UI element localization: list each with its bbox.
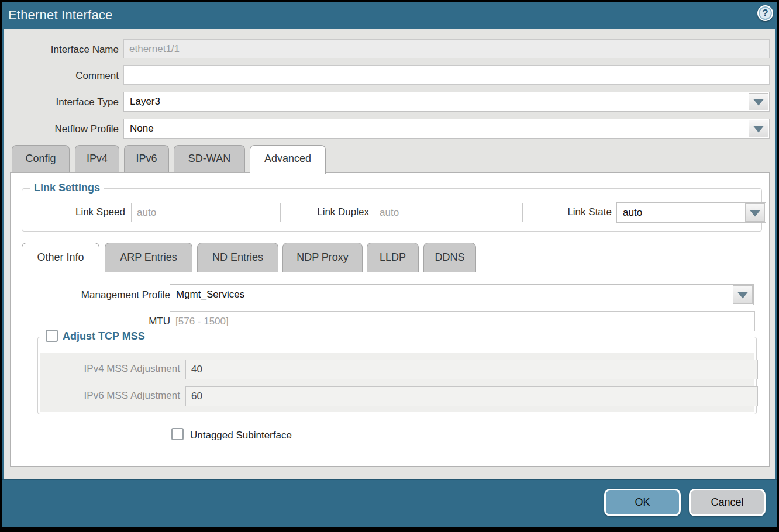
link-speed-input[interactable]	[131, 203, 281, 222]
netflow-profile-select[interactable]: None	[123, 119, 770, 139]
footer-bar: OK Cancel	[2, 479, 777, 527]
adjust-tcp-mss-checkbox[interactable]	[46, 330, 58, 342]
link-duplex-label: Link Duplex	[295, 206, 369, 218]
cancel-button[interactable]: Cancel	[689, 489, 766, 516]
link-settings-legend: Link Settings	[30, 182, 104, 194]
subtab-arp-entries[interactable]: ARP Entries	[105, 243, 192, 272]
link-settings-fieldset: Link Settings Link Speed Link Duplex Lin…	[22, 188, 762, 232]
interface-type-label: Interface Type	[13, 96, 119, 108]
subtab-nd-entries[interactable]: ND Entries	[197, 243, 278, 272]
netflow-profile-label: Netflow Profile	[13, 123, 119, 135]
untagged-subinterface-label: Untagged Subinterface	[190, 430, 292, 441]
interface-name-label: Interface Name	[13, 44, 119, 56]
dialog-frame: Ethernet Interface ? Interface Name Comm…	[2, 2, 777, 530]
tab-config[interactable]: Config	[12, 145, 70, 172]
window-border	[2, 527, 777, 530]
tab-sdwan[interactable]: SD-WAN	[174, 145, 245, 172]
management-profile-dropdown-icon[interactable]	[733, 285, 753, 304]
ipv6-mss-input	[185, 386, 758, 406]
interface-type-value: Layer3	[130, 96, 160, 108]
netflow-profile-dropdown-icon[interactable]	[749, 120, 768, 137]
dialog-body: Interface Name Comment Interface Type La…	[4, 29, 775, 481]
interface-name-input	[123, 39, 770, 58]
link-state-value: auto	[623, 207, 642, 219]
tab-ipv4[interactable]: IPv4	[75, 145, 119, 172]
advanced-tab-panel: Link Settings Link Speed Link Duplex Lin…	[10, 172, 770, 467]
adjust-tcp-mss-fieldset: Adjust TCP MSS IPv4 MSS Adjustment IPv6 …	[37, 337, 757, 414]
ipv6-mss-label: IPv6 MSS Adjustment	[57, 390, 180, 402]
tab-ipv6[interactable]: IPv6	[124, 145, 169, 172]
interface-type-select[interactable]: Layer3	[123, 92, 770, 112]
ethernet-interface-dialog: Ethernet Interface ? Interface Name Comm…	[0, 0, 779, 532]
management-profile-select[interactable]: Mgmt_Services	[170, 284, 754, 305]
ipv4-mss-input	[185, 360, 758, 379]
subtab-ndp-proxy[interactable]: NDP Proxy	[282, 243, 363, 272]
comment-label: Comment	[13, 70, 119, 82]
link-state-dropdown-icon[interactable]	[745, 203, 765, 222]
comment-input[interactable]	[123, 65, 770, 85]
tab-advanced[interactable]: Advanced	[250, 145, 326, 174]
subtab-lldp[interactable]: LLDP	[367, 243, 419, 272]
subtab-other-info[interactable]: Other Info	[22, 243, 99, 274]
management-profile-label: Management Profile	[43, 289, 170, 301]
management-profile-value: Mgmt_Services	[176, 289, 244, 300]
dialog-title: Ethernet Interface	[8, 8, 112, 23]
adjust-tcp-mss-legend-wrap: Adjust TCP MSS	[42, 330, 149, 343]
mtu-input[interactable]	[170, 311, 755, 331]
link-state-select[interactable]: auto	[616, 202, 766, 223]
subtab-ddns[interactable]: DDNS	[423, 243, 476, 272]
untagged-subinterface-checkbox[interactable]	[171, 428, 184, 440]
link-duplex-input[interactable]	[374, 203, 523, 222]
help-icon[interactable]: ?	[757, 5, 773, 21]
ok-button[interactable]: OK	[604, 489, 681, 516]
netflow-profile-value: None	[130, 123, 154, 134]
link-speed-label: Link Speed	[37, 206, 125, 218]
adjust-tcp-mss-legend: Adjust TCP MSS	[63, 330, 145, 342]
link-state-label: Link State	[540, 206, 612, 218]
title-bar: Ethernet Interface ?	[2, 2, 777, 29]
mss-disabled-area: IPv4 MSS Adjustment IPv6 MSS Adjustment	[40, 353, 754, 412]
ipv4-mss-label: IPv4 MSS Adjustment	[57, 363, 180, 375]
mtu-label: MTU	[43, 316, 170, 327]
interface-type-dropdown-icon[interactable]	[749, 93, 768, 110]
